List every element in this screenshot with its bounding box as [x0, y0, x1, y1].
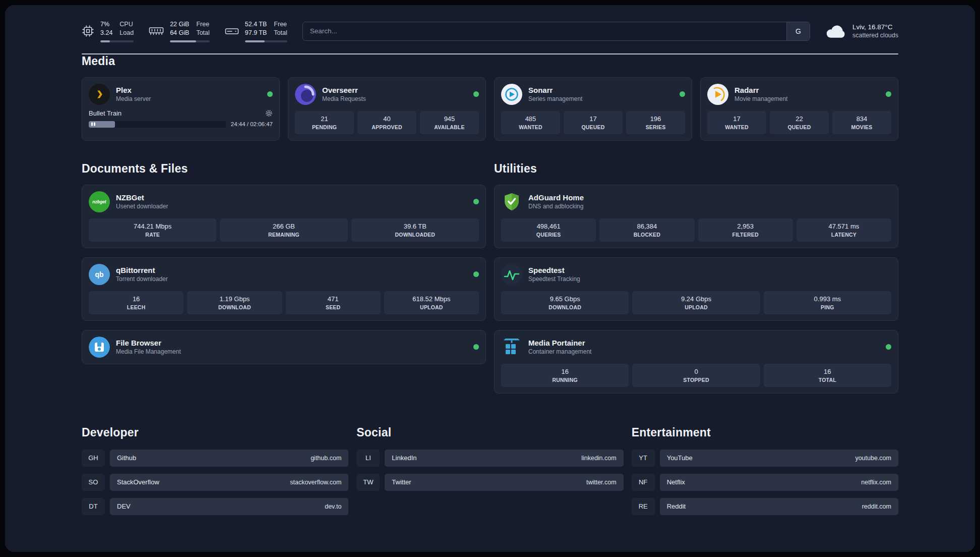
stat-value: 17 [566, 115, 621, 123]
gear-icon[interactable] [265, 109, 273, 117]
stat-value: 834 [834, 115, 889, 123]
plex-card[interactable]: Plex Media server Bullet Train [82, 77, 280, 141]
ram-total-label: Total [196, 29, 209, 37]
bookmark-dev[interactable]: DT DEV dev.to [82, 498, 348, 515]
utilities-column: Utilities AdGuard Home [494, 162, 898, 394]
app-frame: 7% 3.24 CPU Load [0, 0, 980, 557]
stat-value: 618.52 Mbps [386, 295, 477, 303]
cpu-meter-fill [100, 40, 110, 42]
stat-label: TOTAL [766, 377, 889, 383]
bookmark-link[interactable]: Reddit reddit.com [660, 498, 898, 515]
section-heading-social: Social [356, 426, 623, 439]
qbittorrent-icon: qb [89, 264, 110, 285]
portainer-card[interactable]: Media Portainer Container management 16 … [494, 330, 898, 394]
stat-value: 9.65 Gbps [503, 295, 627, 303]
app-title: Plex [116, 86, 151, 94]
stat-label: DOWNLOADED [353, 232, 477, 238]
bookmark-link[interactable]: YouTube youtube.com [660, 450, 898, 467]
stat-value: 9.24 Gbps [634, 295, 758, 303]
stat-remaining: 266 GB REMAINING [220, 218, 347, 242]
search-input[interactable] [303, 22, 786, 40]
bookmark-github[interactable]: GH Github github.com [82, 450, 348, 467]
bookmark-name: StackOverflow [117, 478, 159, 486]
overseerr-card[interactable]: Overseerr Media Requests 21 PENDING 40 A… [288, 77, 486, 141]
bookmark-abbr: YT [632, 450, 655, 467]
bookmark-link[interactable]: Twitter twitter.com [385, 474, 623, 491]
status-dot [473, 91, 479, 97]
app-subtitle: Media File Management [116, 348, 181, 355]
bookmark-stackoverflow[interactable]: SO StackOverflow stackoverflow.com [82, 474, 348, 491]
stat-downloaded: 39.6 TB DOWNLOADED [351, 218, 479, 242]
bookmark-name: LinkedIn [392, 454, 416, 462]
bookmark-netflix[interactable]: NF Netflix netflix.com [632, 474, 898, 491]
disk-total-label: Total [274, 29, 287, 37]
bookmark-link[interactable]: Github github.com [110, 450, 348, 467]
radarr-card[interactable]: Radarr Movie management 17 WANTED 22 QUE… [700, 77, 898, 141]
weather-widget[interactable]: Lviv, 16.87°C scattered clouds [825, 23, 898, 39]
bookmark-name: DEV [117, 503, 131, 510]
stat-value: 17 [709, 115, 764, 123]
stat-download: 9.65 Gbps DOWNLOAD [501, 291, 629, 314]
stat-value: 485 [503, 115, 558, 123]
bookmark-name: YouTube [667, 454, 693, 462]
ram-free-label: Free [196, 20, 209, 29]
plex-icon [89, 84, 110, 105]
bookmark-abbr: NF [632, 474, 655, 491]
stat-label: AVAILABLE [422, 124, 477, 130]
stat-label: SEED [288, 304, 379, 310]
app-subtitle: Usenet downloader [116, 203, 168, 210]
speedtest-card[interactable]: Speedtest Speedtest Tracking 9.65 Gbps D… [494, 257, 898, 321]
bookmark-linkedin[interactable]: LI LinkedIn linkedin.com [356, 450, 623, 467]
bookmark-reddit[interactable]: RE Reddit reddit.com [632, 498, 898, 515]
pause-icon[interactable] [91, 123, 95, 126]
stat-wanted: 17 WANTED [707, 111, 766, 134]
bookmark-twitter[interactable]: TW Twitter twitter.com [356, 474, 623, 491]
search-engine-button[interactable]: G [786, 22, 810, 40]
bookmark-name: Reddit [667, 503, 686, 510]
stat-available: 945 AVAILABLE [420, 111, 479, 134]
sonarr-card[interactable]: Sonarr Series management 485 WANTED 17 Q… [494, 77, 692, 141]
section-heading-documents: Documents & Files [82, 162, 486, 176]
bookmark-abbr: SO [82, 474, 105, 491]
filebrowser-card[interactable]: File Browser Media File Management [82, 330, 486, 364]
bookmark-link[interactable]: DEV dev.to [110, 498, 348, 515]
app-subtitle: Movie management [734, 95, 787, 102]
stat-filtered: 2,953 FILTERED [698, 218, 793, 242]
stat-label: SERIES [628, 124, 683, 130]
ram-icon [149, 27, 164, 36]
stat-label: DOWNLOAD [503, 304, 627, 310]
bookmark-youtube[interactable]: YT YouTube youtube.com [632, 450, 898, 467]
stat-rate: 744.21 Mbps RATE [89, 218, 216, 242]
bookmark-name: Twitter [392, 478, 411, 486]
stat-label: LEECH [91, 304, 181, 310]
bookmark-link[interactable]: StackOverflow stackoverflow.com [110, 474, 348, 491]
playback-time: 24:44 / 02:06:47 [231, 121, 273, 127]
ram-total-value: 64 GiB [170, 29, 189, 37]
portainer-icon [501, 337, 522, 358]
stat-value: 47.571 ms [799, 222, 889, 230]
stat-value: 266 GB [222, 222, 345, 230]
bookmark-url: youtube.com [855, 455, 891, 462]
stat-value: 40 [359, 115, 414, 123]
bookmark-abbr: GH [82, 450, 105, 467]
search-bar: G [302, 22, 810, 41]
bookmark-group-developer: Developer GH Github github.com SO StackO… [82, 426, 348, 522]
topbar: 7% 3.24 CPU Load [82, 20, 898, 42]
section-heading-entertainment: Entertainment [632, 426, 898, 439]
topbar-divider [82, 53, 898, 54]
stat-stopped: 0 STOPPED [632, 364, 760, 387]
adguard-card[interactable]: AdGuard Home DNS and adblocking 498,461 … [494, 185, 898, 248]
stat-queries: 498,461 QUERIES [501, 218, 596, 242]
stat-value: 86,384 [601, 222, 692, 230]
stat-label: BLOCKED [601, 232, 692, 238]
stat-value: 471 [288, 295, 379, 303]
nzbget-card[interactable]: nzbget NZBGet Usenet downloader 744.21 M… [82, 185, 486, 248]
app-subtitle: Series management [528, 95, 582, 102]
stat-label: REMAINING [222, 232, 345, 238]
bookmark-link[interactable]: LinkedIn linkedin.com [385, 450, 623, 467]
bookmark-link[interactable]: Netflix netflix.com [660, 474, 898, 491]
bookmark-group-social: Social LI LinkedIn linkedin.com TW Twitt… [356, 426, 623, 498]
stat-label: PENDING [297, 124, 352, 130]
qbittorrent-card[interactable]: qb qBittorrent Torrent downloader 16 LEE… [82, 257, 486, 321]
playback-progress-bar[interactable] [89, 121, 226, 128]
